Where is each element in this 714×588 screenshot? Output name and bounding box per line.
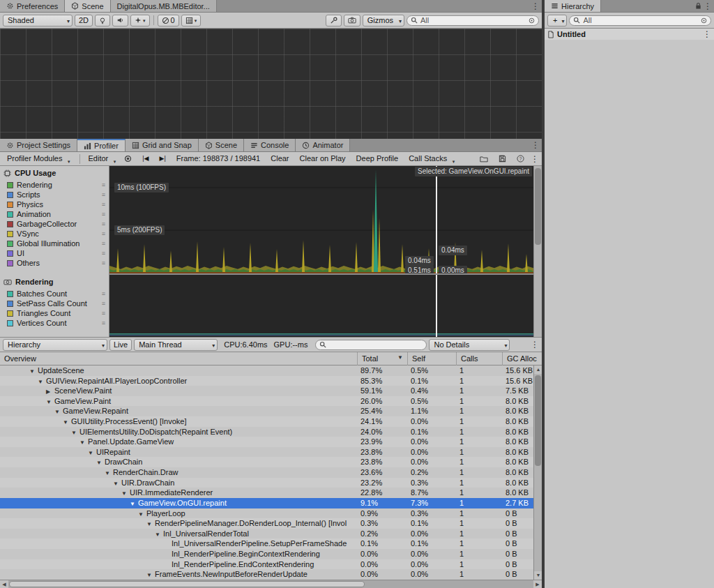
dock-pane-menu-icon[interactable]: ⋮ [531,140,540,150]
foldout-open-icon[interactable]: ▼ [88,448,96,458]
legend-drag-handle-icon[interactable]: ≡ [102,202,105,208]
scene-lighting-button[interactable] [95,15,110,27]
hierarchy-search-input[interactable]: All [569,15,711,26]
legend-drag-handle-icon[interactable]: ≡ [102,182,105,188]
scene-tools-button[interactable] [326,15,342,27]
legend-drag-handle-icon[interactable]: ≡ [102,211,105,218]
scroll-left-icon[interactable]: ◀ [0,580,8,588]
legend-item-vertices-count[interactable]: Vertices Count≡ [0,318,109,328]
legend-drag-handle-icon[interactable]: ≡ [102,320,105,326]
tab-grid-and-snap[interactable]: Grid and Snap [126,139,199,151]
legend-item-batches-count[interactable]: Batches Count≡ [0,289,109,299]
call-stacks-dropdown[interactable]: Call Stacks▾ [404,153,457,165]
table-scrollbar-thumb[interactable] [535,375,541,466]
legend-item-garbagecollector[interactable]: GarbageCollector≡ [0,219,109,229]
deep-profile-toggle[interactable]: Deep Profile [352,153,403,165]
table-row[interactable]: ▼GameView.OnGUI.repaint9.1%7.3%12.7 KB [0,498,542,508]
table-row[interactable]: ▼RenderPipelineManager.DoRenderLoop_Inte… [0,518,542,529]
foldout-open-icon[interactable]: ▼ [155,530,163,539]
table-row[interactable]: ▶SceneView.Paint59.1%0.4%17.5 KB [0,386,542,396]
foldout-open-icon[interactable]: ▼ [146,520,155,529]
legend-drag-handle-icon[interactable]: ≡ [102,301,105,307]
tab-animator[interactable]: Animator [296,139,350,151]
module-header-cpu-usage[interactable]: CPU Usage [0,166,109,180]
legend-drag-handle-icon[interactable]: ≡ [102,231,105,237]
shading-mode-dropdown[interactable]: Shaded [3,15,73,27]
clear-button[interactable]: Clear [266,153,293,165]
foldout-open-icon[interactable]: ▼ [54,407,63,416]
legend-item-others[interactable]: Others≡ [0,258,109,268]
foldout-open-icon[interactable]: ▼ [79,438,88,447]
legend-item-rendering[interactable]: Rendering≡ [0,180,109,190]
table-row[interactable]: ▼GUIView.RepaintAll.PlayerLoopController… [0,376,542,386]
tab-scene[interactable]: Scene [65,0,110,12]
table-row[interactable]: Inl_UniversalRenderPipeline.SetupPerFram… [0,538,542,549]
legend-drag-handle-icon[interactable]: ≡ [102,310,105,317]
table-row[interactable]: ▼Inl_UniversalRenderTotal0.2%0.0%10 B [0,529,542,539]
search-options-icon[interactable] [701,17,707,24]
foldout-open-icon[interactable]: ▼ [96,458,105,467]
create-object-dropdown[interactable]: + [547,15,567,27]
tab-profiler[interactable]: Profiler [77,139,126,151]
rendering-chart[interactable] [109,275,533,337]
charts-scrollbar-thumb[interactable] [535,168,541,245]
column-header-calls[interactable]: Calls [456,352,502,365]
legend-item-ui[interactable]: UI≡ [0,248,109,258]
table-row[interactable]: ▼Panel.Update.GameView23.9%0.0%18.0 KB [0,437,542,447]
scene-audio-button[interactable] [112,15,128,27]
scene-viewport[interactable] [0,29,542,139]
table-row[interactable]: Inl_RenderPipeline.BeginContextRendering… [0,549,542,559]
tab-scene[interactable]: Scene [199,139,244,151]
foldout-open-icon[interactable]: ▼ [38,377,46,386]
foldout-closed-icon[interactable]: ▶ [46,387,54,396]
gizmos-dropdown[interactable]: Gizmos [363,15,404,27]
table-row[interactable]: ▼UIR.DrawChain23.2%0.3%18.0 KB [0,478,542,488]
foldout-open-icon[interactable]: ▼ [105,469,113,478]
foldout-open-icon[interactable]: ▼ [71,428,79,437]
legend-item-triangles-count[interactable]: Triangles Count≡ [0,308,109,318]
tab-digitalopus-mb-mbeditor[interactable]: DigitalOpus.MB.MBEditor... [111,0,217,12]
lock-icon[interactable] [695,2,701,10]
thread-dropdown[interactable]: Main Thread [134,339,218,351]
table-row[interactable]: ▼UIRepaint23.8%0.0%18.0 KB [0,447,542,458]
legend-drag-handle-icon[interactable]: ≡ [102,241,105,247]
foldout-open-icon[interactable]: ▼ [113,479,121,488]
table-row[interactable]: ▼UpdateScene89.7%0.5%115.6 KB [0,365,542,376]
legend-item-scripts[interactable]: Scripts≡ [0,190,109,199]
help-icon[interactable]: ? [512,153,529,165]
scene-camera-button[interactable] [344,15,360,27]
column-header-gc-alloc[interactable]: GC Alloc [502,352,542,365]
column-header-overview[interactable]: Overview [0,352,357,365]
table-row[interactable]: ▼GUIUtility.ProcessEvent() [Invoke]24.1%… [0,416,542,427]
table-row[interactable]: ▼GameView.Paint26.0%0.5%18.0 KB [0,396,542,407]
legend-drag-handle-icon[interactable]: ≡ [102,250,105,257]
hierarchy-scene-row[interactable]: Untitled ⋮ [545,29,714,40]
scroll-right-icon[interactable]: ▶ [533,580,542,588]
charts-scrollbar[interactable] [533,166,542,337]
foldout-open-icon[interactable]: ▼ [63,418,71,427]
hscrollbar-thumb[interactable] [9,581,365,587]
profiler-modules-dropdown[interactable]: Profiler Modules▾ [3,153,72,165]
search-options-icon[interactable] [529,17,535,24]
legend-item-physics[interactable]: Physics≡ [0,199,109,209]
table-row[interactable]: ▼PlayerLoop0.9%0.3%10 B [0,508,542,519]
column-header-self[interactable]: Self [407,352,456,365]
legend-drag-handle-icon[interactable]: ≡ [102,260,105,266]
foldout-open-icon[interactable]: ▼ [146,571,155,580]
foldout-open-icon[interactable]: ▼ [130,499,138,508]
details-menu-icon[interactable]: ⋮ [531,340,539,349]
save-profile-icon[interactable] [494,153,510,165]
table-row[interactable]: ▼FrameEvents.NewInputBeforeRenderUpdate0… [0,569,542,580]
legend-item-global-illumination[interactable]: Global Illumination≡ [0,239,109,248]
hidden-objects-button[interactable]: 0 [158,15,179,27]
column-header-total[interactable]: ▼Total [357,352,407,365]
profiler-target-dropdown[interactable]: Editor▾ [84,153,118,165]
table-row[interactable]: ▼UIR.ImmediateRenderer22.8%8.7%18.0 KB [0,488,542,498]
clear-on-play-toggle[interactable]: Clear on Play [296,153,350,165]
table-row[interactable]: ▼RenderChain.Draw23.6%0.2%18.0 KB [0,467,542,478]
table-row[interactable]: ▼DrawChain23.8%0.0%18.0 KB [0,457,542,467]
hierarchy-menu-icon[interactable]: ⋮ [704,1,712,11]
foldout-open-icon[interactable]: ▼ [46,398,54,407]
details-mode-dropdown[interactable]: No Details [429,339,510,351]
table-row[interactable]: ▼GameView.Repaint25.4%1.1%18.0 KB [0,406,542,416]
